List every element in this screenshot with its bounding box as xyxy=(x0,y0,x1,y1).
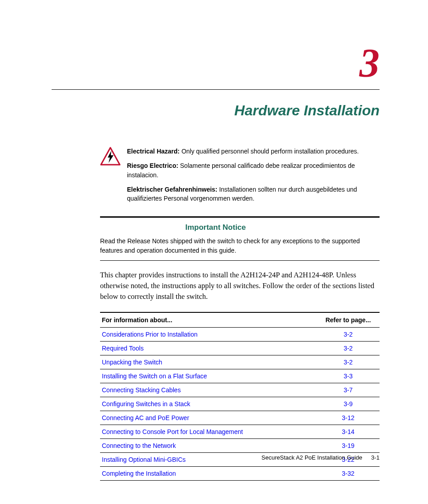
toc-topic-link[interactable]: Required Tools xyxy=(102,345,144,352)
toc-row: Unpacking the Switch 3-2 xyxy=(100,355,380,369)
hazard-label-es: Riesgo Electrico: xyxy=(127,162,178,169)
toc-page-link[interactable]: 3-9 xyxy=(344,400,353,408)
toc-row: Configuring Switches in a Stack 3-9 xyxy=(100,397,380,411)
toc-page-link[interactable]: 3-7 xyxy=(344,386,353,394)
toc-header-topic: For information about... xyxy=(100,312,317,328)
toc-page-link[interactable]: 3-14 xyxy=(342,428,354,435)
chapter-title: Hardware Installation xyxy=(52,102,380,119)
electrical-hazard-icon xyxy=(100,147,121,167)
chapter-number: 3 xyxy=(52,45,380,81)
hazard-text-en: Only qualified personnel should perform … xyxy=(180,148,359,155)
intro-paragraph: This chapter provides instructions to in… xyxy=(100,270,380,302)
hazard-text: Electrical Hazard: Only qualified person… xyxy=(127,147,380,208)
toc-page-link[interactable]: 3-32 xyxy=(342,470,354,477)
toc-header-page: Refer to page... xyxy=(317,312,380,328)
toc-row: Connecting AC and PoE Power 3-12 xyxy=(100,411,380,425)
toc-topic-link[interactable]: Connecting to the Network xyxy=(102,442,176,449)
toc-row: Installing the Switch on a Flat Surface … xyxy=(100,369,380,383)
toc-row: Considerations Prior to Installation 3-2 xyxy=(100,327,380,341)
toc-topic-link[interactable]: Installing Optional Mini-GBICs xyxy=(102,456,186,463)
toc-page-link[interactable]: 3-2 xyxy=(344,331,353,338)
toc-row: Required Tools 3-2 xyxy=(100,341,380,355)
toc-topic-link[interactable]: Connecting Stacking Cables xyxy=(102,386,181,394)
toc-row: Connecting to the Network 3-19 xyxy=(100,438,380,452)
toc-row: Connecting to Console Port for Local Man… xyxy=(100,425,380,438)
toc-topic-link[interactable]: Completing the Installation xyxy=(102,470,176,477)
toc-row: Completing the Installation 3-32 xyxy=(100,466,380,480)
footer-guide-title: SecureStack A2 PoE Installation Guide xyxy=(262,454,362,461)
toc-page-link[interactable]: 3-2 xyxy=(344,345,353,352)
important-notice-heading: Important Notice xyxy=(52,223,380,232)
footer-page-number: 3-1 xyxy=(371,454,380,461)
toc-topic-link[interactable]: Considerations Prior to Installation xyxy=(102,331,197,338)
toc-topic-link[interactable]: Unpacking the Switch xyxy=(102,359,162,366)
hazard-label-de: Elektrischer Gefahrenhinweis: xyxy=(127,186,218,193)
toc-page-link[interactable]: 3-19 xyxy=(342,442,354,449)
chapter-rule xyxy=(52,89,380,90)
important-notice-body: Read the Release Notes shipped with the … xyxy=(100,237,380,255)
toc-topic-link[interactable]: Connecting AC and PoE Power xyxy=(102,414,189,421)
page-footer: SecureStack A2 PoE Installation Guide 3-… xyxy=(262,454,380,461)
hazard-label-en: Electrical Hazard: xyxy=(127,148,180,155)
notice-rule-bottom xyxy=(100,260,380,261)
toc-header-row: For information about... Refer to page..… xyxy=(100,312,380,328)
toc-page-link[interactable]: 3-2 xyxy=(344,359,353,366)
toc-topic-link[interactable]: Configuring Switches in a Stack xyxy=(102,400,190,408)
notice-rule-top xyxy=(100,216,380,218)
hazard-block: Electrical Hazard: Only qualified person… xyxy=(100,147,380,208)
toc-page-link[interactable]: 3-3 xyxy=(344,373,353,380)
toc-row: Connecting Stacking Cables 3-7 xyxy=(100,383,380,397)
toc-topic-link[interactable]: Installing the Switch on a Flat Surface xyxy=(102,373,207,380)
toc-page-link[interactable]: 3-12 xyxy=(342,414,354,421)
toc-topic-link[interactable]: Connecting to Console Port for Local Man… xyxy=(102,428,243,435)
